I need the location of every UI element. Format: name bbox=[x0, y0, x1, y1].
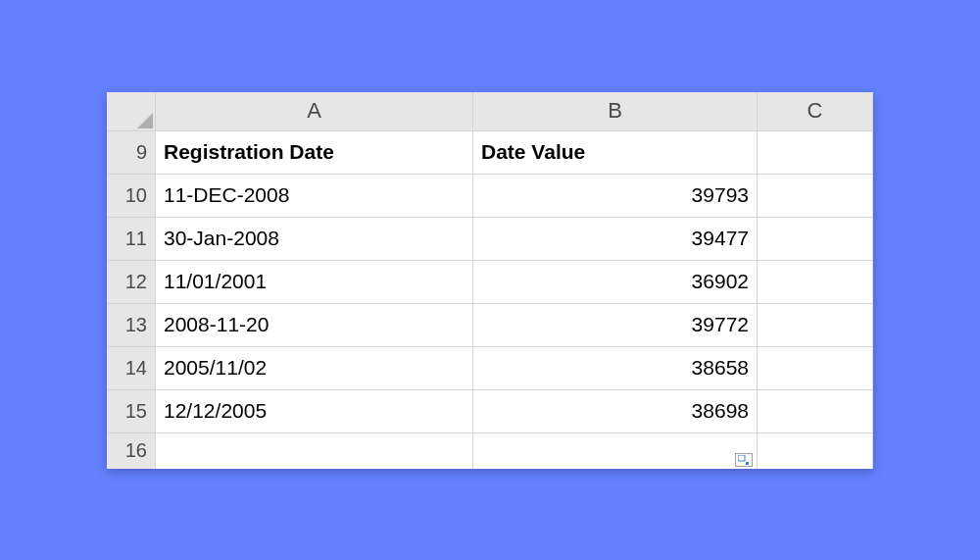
cell-A9[interactable]: Registration Date bbox=[156, 131, 473, 175]
row-header[interactable]: 11 bbox=[107, 218, 156, 261]
cell-B13[interactable]: 39772 bbox=[473, 304, 758, 347]
svg-rect-1 bbox=[746, 462, 749, 465]
cell-A15[interactable]: 12/12/2005 bbox=[156, 390, 473, 433]
row-header[interactable]: 13 bbox=[107, 304, 156, 347]
column-header-A[interactable]: A bbox=[156, 92, 473, 131]
row-header[interactable]: 9 bbox=[107, 131, 156, 175]
cell-C14[interactable] bbox=[758, 347, 873, 390]
cell-B9[interactable]: Date Value bbox=[473, 131, 758, 175]
autofill-options-button[interactable] bbox=[735, 453, 753, 467]
autofill-icon bbox=[738, 455, 750, 465]
column-header-B[interactable]: B bbox=[473, 92, 758, 131]
cell-B15[interactable]: 38698 bbox=[473, 390, 758, 433]
column-header-row: A B C bbox=[107, 92, 873, 131]
table-row: 9 Registration Date Date Value bbox=[107, 131, 873, 175]
cell-C16[interactable] bbox=[758, 433, 873, 469]
spreadsheet: A B C 9 Registration Date Date Value 10 … bbox=[107, 92, 873, 469]
cell-A10[interactable]: 11-DEC-2008 bbox=[156, 175, 473, 218]
cell-B14[interactable]: 38658 bbox=[473, 347, 758, 390]
table-row: 13 2008-11-20 39772 bbox=[107, 304, 873, 347]
row-header[interactable]: 15 bbox=[107, 390, 156, 433]
cell-A11[interactable]: 30-Jan-2008 bbox=[156, 218, 473, 261]
cell-C15[interactable] bbox=[758, 390, 873, 433]
cell-C13[interactable] bbox=[758, 304, 873, 347]
cell-C11[interactable] bbox=[758, 218, 873, 261]
row-header[interactable]: 12 bbox=[107, 261, 156, 304]
cell-A12[interactable]: 11/01/2001 bbox=[156, 261, 473, 304]
svg-rect-0 bbox=[738, 455, 745, 461]
table-row: 16 bbox=[107, 433, 873, 469]
column-header-C[interactable]: C bbox=[758, 92, 873, 131]
row-header[interactable]: 16 bbox=[107, 433, 156, 469]
cell-B11[interactable]: 39477 bbox=[473, 218, 758, 261]
cell-B12[interactable]: 36902 bbox=[473, 261, 758, 304]
cell-C10[interactable] bbox=[758, 175, 873, 218]
cell-A16[interactable] bbox=[156, 433, 473, 469]
cell-A14[interactable]: 2005/11/02 bbox=[156, 347, 473, 390]
select-all-corner[interactable] bbox=[107, 92, 156, 131]
cell-B10[interactable]: 39793 bbox=[473, 175, 758, 218]
table-row: 14 2005/11/02 38658 bbox=[107, 347, 873, 390]
table-row: 11 30-Jan-2008 39477 bbox=[107, 218, 873, 261]
cell-B16[interactable] bbox=[473, 433, 758, 469]
cell-A13[interactable]: 2008-11-20 bbox=[156, 304, 473, 347]
cell-C9[interactable] bbox=[758, 131, 873, 175]
table-row: 15 12/12/2005 38698 bbox=[107, 390, 873, 433]
table-row: 12 11/01/2001 36902 bbox=[107, 261, 873, 304]
select-all-triangle-icon bbox=[137, 113, 153, 128]
row-header[interactable]: 10 bbox=[107, 175, 156, 218]
cell-C12[interactable] bbox=[758, 261, 873, 304]
table-row: 10 11-DEC-2008 39793 bbox=[107, 175, 873, 218]
row-header[interactable]: 14 bbox=[107, 347, 156, 390]
